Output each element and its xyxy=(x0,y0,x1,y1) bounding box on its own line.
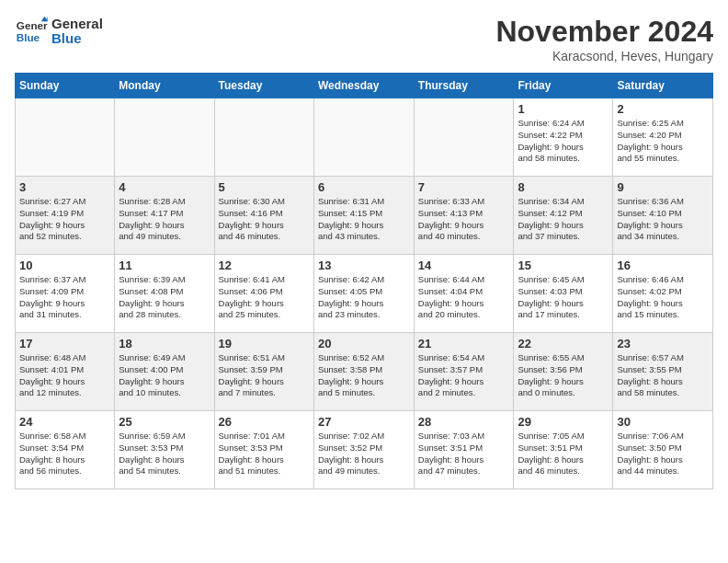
day-number: 20 xyxy=(318,337,410,350)
day-number: 12 xyxy=(219,259,310,272)
svg-text:Blue: Blue xyxy=(17,31,40,43)
weekday-header-saturday: Saturday xyxy=(613,74,713,98)
day-number: 29 xyxy=(518,415,609,429)
page-header: General Blue General Blue November 2024 … xyxy=(15,15,713,63)
day-number: 2 xyxy=(617,102,709,116)
day-info: Sunrise: 7:03 AM Sunset: 3:51 PM Dayligh… xyxy=(418,431,510,477)
weekday-header-tuesday: Tuesday xyxy=(214,74,313,98)
calendar-table: SundayMondayTuesdayWednesdayThursdayFrid… xyxy=(15,73,713,489)
calendar-day-cell: 18Sunrise: 6:49 AM Sunset: 4:00 PM Dayli… xyxy=(115,333,214,411)
calendar-day-cell xyxy=(414,98,514,177)
calendar-day-cell: 1Sunrise: 6:24 AM Sunset: 4:22 PM Daylig… xyxy=(514,98,613,177)
day-info: Sunrise: 6:48 AM Sunset: 4:01 PM Dayligh… xyxy=(19,352,110,399)
calendar-day-cell: 20Sunrise: 6:52 AM Sunset: 3:58 PM Dayli… xyxy=(313,333,414,411)
calendar-day-cell: 27Sunrise: 7:02 AM Sunset: 3:52 PM Dayli… xyxy=(313,411,414,489)
day-info: Sunrise: 6:30 AM Sunset: 4:16 PM Dayligh… xyxy=(219,196,310,243)
day-info: Sunrise: 6:25 AM Sunset: 4:20 PM Dayligh… xyxy=(617,118,709,165)
day-number: 23 xyxy=(617,337,709,350)
day-info: Sunrise: 6:31 AM Sunset: 4:15 PM Dayligh… xyxy=(318,196,410,243)
logo: General Blue General Blue xyxy=(15,15,103,48)
day-info: Sunrise: 6:49 AM Sunset: 4:00 PM Dayligh… xyxy=(119,352,210,399)
month-title: November 2024 xyxy=(495,15,713,49)
day-info: Sunrise: 6:24 AM Sunset: 4:22 PM Dayligh… xyxy=(518,118,609,165)
day-number: 25 xyxy=(119,415,210,429)
day-number: 17 xyxy=(19,337,110,350)
day-info: Sunrise: 6:39 AM Sunset: 4:08 PM Dayligh… xyxy=(119,274,210,321)
day-info: Sunrise: 6:57 AM Sunset: 3:55 PM Dayligh… xyxy=(617,352,709,399)
day-number: 18 xyxy=(119,337,210,350)
calendar-day-cell: 26Sunrise: 7:01 AM Sunset: 3:53 PM Dayli… xyxy=(214,411,313,489)
calendar-day-cell: 22Sunrise: 6:55 AM Sunset: 3:56 PM Dayli… xyxy=(514,333,613,411)
weekday-header-row: SundayMondayTuesdayWednesdayThursdayFrid… xyxy=(16,74,713,98)
calendar-day-cell: 13Sunrise: 6:42 AM Sunset: 4:05 PM Dayli… xyxy=(313,255,414,333)
calendar-day-cell: 21Sunrise: 6:54 AM Sunset: 3:57 PM Dayli… xyxy=(414,333,514,411)
calendar-day-cell: 15Sunrise: 6:45 AM Sunset: 4:03 PM Dayli… xyxy=(514,255,613,333)
day-number: 5 xyxy=(219,180,310,194)
calendar-day-cell: 23Sunrise: 6:57 AM Sunset: 3:55 PM Dayli… xyxy=(613,333,713,411)
calendar-week-row: 17Sunrise: 6:48 AM Sunset: 4:01 PM Dayli… xyxy=(16,333,713,411)
calendar-week-row: 10Sunrise: 6:37 AM Sunset: 4:09 PM Dayli… xyxy=(16,255,713,333)
day-number: 30 xyxy=(617,415,709,429)
weekday-header-sunday: Sunday xyxy=(16,74,115,98)
day-number: 8 xyxy=(518,180,609,194)
logo-line1: General xyxy=(51,17,103,32)
day-number: 11 xyxy=(119,259,210,272)
weekday-header-friday: Friday xyxy=(514,74,613,98)
calendar-day-cell: 30Sunrise: 7:06 AM Sunset: 3:50 PM Dayli… xyxy=(613,411,713,489)
day-info: Sunrise: 6:36 AM Sunset: 4:10 PM Dayligh… xyxy=(617,196,709,243)
day-number: 3 xyxy=(19,180,110,194)
calendar-day-cell: 5Sunrise: 6:30 AM Sunset: 4:16 PM Daylig… xyxy=(214,177,313,255)
calendar-day-cell: 8Sunrise: 6:34 AM Sunset: 4:12 PM Daylig… xyxy=(514,177,613,255)
calendar-day-cell: 12Sunrise: 6:41 AM Sunset: 4:06 PM Dayli… xyxy=(214,255,313,333)
logo-line2: Blue xyxy=(51,31,103,47)
calendar-day-cell: 24Sunrise: 6:58 AM Sunset: 3:54 PM Dayli… xyxy=(16,411,115,489)
day-number: 15 xyxy=(518,259,609,272)
calendar-day-cell: 16Sunrise: 6:46 AM Sunset: 4:02 PM Dayli… xyxy=(613,255,713,333)
calendar-day-cell xyxy=(16,98,115,177)
calendar-day-cell: 10Sunrise: 6:37 AM Sunset: 4:09 PM Dayli… xyxy=(16,255,115,333)
location-subtitle: Karacsond, Heves, Hungary xyxy=(495,49,713,63)
weekday-header-monday: Monday xyxy=(115,74,214,98)
calendar-day-cell: 29Sunrise: 7:05 AM Sunset: 3:51 PM Dayli… xyxy=(514,411,613,489)
title-block: November 2024 Karacsond, Heves, Hungary xyxy=(495,15,713,63)
day-info: Sunrise: 6:44 AM Sunset: 4:04 PM Dayligh… xyxy=(418,274,510,321)
calendar-day-cell: 17Sunrise: 6:48 AM Sunset: 4:01 PM Dayli… xyxy=(16,333,115,411)
day-info: Sunrise: 6:37 AM Sunset: 4:09 PM Dayligh… xyxy=(19,274,110,321)
calendar-day-cell: 14Sunrise: 6:44 AM Sunset: 4:04 PM Dayli… xyxy=(414,255,514,333)
day-info: Sunrise: 6:42 AM Sunset: 4:05 PM Dayligh… xyxy=(318,274,410,321)
calendar-week-row: 1Sunrise: 6:24 AM Sunset: 4:22 PM Daylig… xyxy=(16,98,713,177)
calendar-day-cell: 28Sunrise: 7:03 AM Sunset: 3:51 PM Dayli… xyxy=(414,411,514,489)
calendar-day-cell xyxy=(115,98,214,177)
calendar-day-cell: 9Sunrise: 6:36 AM Sunset: 4:10 PM Daylig… xyxy=(613,177,713,255)
day-number: 22 xyxy=(518,337,609,350)
calendar-day-cell: 19Sunrise: 6:51 AM Sunset: 3:59 PM Dayli… xyxy=(214,333,313,411)
calendar-day-cell: 3Sunrise: 6:27 AM Sunset: 4:19 PM Daylig… xyxy=(16,177,115,255)
day-number: 13 xyxy=(318,259,410,272)
day-info: Sunrise: 6:34 AM Sunset: 4:12 PM Dayligh… xyxy=(518,196,609,243)
calendar-day-cell xyxy=(214,98,313,177)
day-number: 19 xyxy=(219,337,310,350)
day-info: Sunrise: 6:55 AM Sunset: 3:56 PM Dayligh… xyxy=(518,352,609,399)
day-info: Sunrise: 6:46 AM Sunset: 4:02 PM Dayligh… xyxy=(617,274,709,321)
day-info: Sunrise: 6:41 AM Sunset: 4:06 PM Dayligh… xyxy=(219,274,310,321)
calendar-day-cell: 11Sunrise: 6:39 AM Sunset: 4:08 PM Dayli… xyxy=(115,255,214,333)
day-number: 27 xyxy=(318,415,410,429)
day-info: Sunrise: 6:33 AM Sunset: 4:13 PM Dayligh… xyxy=(418,196,510,243)
calendar-day-cell: 2Sunrise: 6:25 AM Sunset: 4:20 PM Daylig… xyxy=(613,98,713,177)
day-number: 4 xyxy=(119,180,210,194)
day-info: Sunrise: 6:28 AM Sunset: 4:17 PM Dayligh… xyxy=(119,196,210,243)
day-info: Sunrise: 6:54 AM Sunset: 3:57 PM Dayligh… xyxy=(418,352,510,399)
day-number: 6 xyxy=(318,180,410,194)
calendar-week-row: 24Sunrise: 6:58 AM Sunset: 3:54 PM Dayli… xyxy=(16,411,713,489)
day-number: 9 xyxy=(617,180,709,194)
day-info: Sunrise: 6:58 AM Sunset: 3:54 PM Dayligh… xyxy=(19,431,110,477)
day-info: Sunrise: 7:06 AM Sunset: 3:50 PM Dayligh… xyxy=(617,431,709,477)
calendar-day-cell: 25Sunrise: 6:59 AM Sunset: 3:53 PM Dayli… xyxy=(115,411,214,489)
day-number: 10 xyxy=(19,259,110,272)
day-number: 14 xyxy=(418,259,510,272)
day-info: Sunrise: 6:27 AM Sunset: 4:19 PM Dayligh… xyxy=(19,196,110,243)
day-info: Sunrise: 6:59 AM Sunset: 3:53 PM Dayligh… xyxy=(119,431,210,477)
day-number: 1 xyxy=(518,102,609,116)
day-number: 16 xyxy=(617,259,709,272)
calendar-day-cell: 6Sunrise: 6:31 AM Sunset: 4:15 PM Daylig… xyxy=(313,177,414,255)
